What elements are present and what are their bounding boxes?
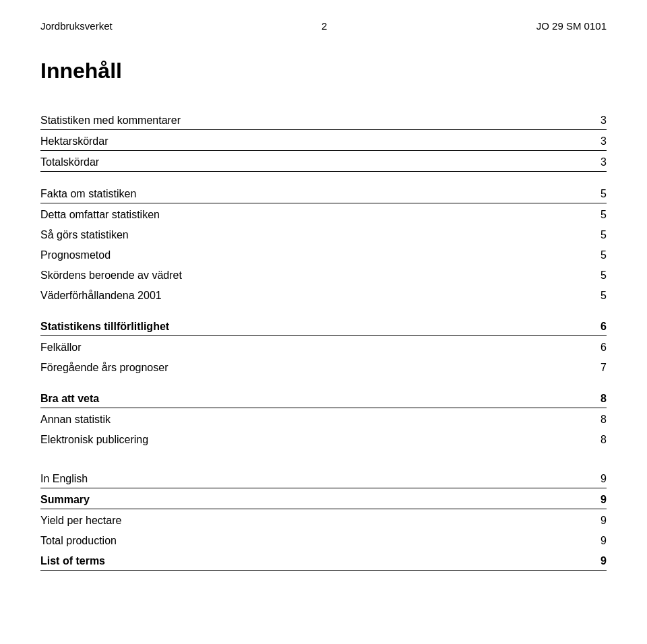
toc-group-4: Bra att veta 8 Annan statistik 8 Elektro… <box>40 389 607 449</box>
toc-item: Totalskördar 3 <box>40 152 607 172</box>
toc-item: Summary 9 <box>40 490 607 509</box>
toc-number: 6 <box>593 342 607 354</box>
toc-number: 3 <box>593 115 607 127</box>
toc-item: Felkällor 6 <box>40 337 607 356</box>
toc-item: In English 9 <box>40 469 607 488</box>
toc-label: Summary <box>40 494 90 506</box>
toc-item: Annan statistik 8 <box>40 410 607 428</box>
page-header: Jordbruksverket 2 JO 29 SM 0101 <box>40 20 607 32</box>
toc-number: 3 <box>593 135 607 148</box>
toc-number: 5 <box>593 209 607 221</box>
toc-label: Så görs statistiken <box>40 229 129 241</box>
toc-group-3: Statistikens tillförlitlighet 6 Felkällo… <box>40 317 607 377</box>
toc-label: Fakta om statistiken <box>40 188 136 200</box>
english-section: In English 9 Summary 9 Yield per hectare… <box>40 469 607 571</box>
toc-item: Väderförhållandena 2001 5 <box>40 286 607 304</box>
toc-item: Fakta om statistiken 5 <box>40 184 607 203</box>
toc-label: In English <box>40 473 88 485</box>
toc-item: Statistiken med kommentarer 3 <box>40 110 607 130</box>
toc-number: 8 <box>593 393 607 405</box>
toc-item: Skördens beroende av vädret 5 <box>40 265 607 284</box>
toc-number: 8 <box>593 414 607 426</box>
toc-item: Yield per hectare 9 <box>40 511 607 529</box>
toc-label: Prognosmetod <box>40 249 111 261</box>
toc-item: Bra att veta 8 <box>40 389 607 408</box>
toc-item: Föregående års prognoser 7 <box>40 358 607 377</box>
header-left: Jordbruksverket <box>40 20 113 32</box>
toc-number: 8 <box>593 434 607 446</box>
toc-label: Detta omfattar statistiken <box>40 209 160 221</box>
header-right: JO 29 SM 0101 <box>536 20 607 32</box>
toc-number: 9 <box>593 494 607 506</box>
toc-item: Statistikens tillförlitlighet 6 <box>40 317 607 336</box>
toc-label: Skördens beroende av vädret <box>40 269 182 282</box>
toc-item: Prognosmetod 5 <box>40 245 607 264</box>
toc-label: Totalskördar <box>40 156 99 168</box>
toc-number: 6 <box>593 321 607 333</box>
toc-item: Total production 9 <box>40 531 607 550</box>
toc-section: Statistiken med kommentarer 3 Hektarskör… <box>40 110 607 571</box>
page: Jordbruksverket 2 JO 29 SM 0101 Innehåll… <box>0 0 647 644</box>
toc-number: 9 <box>593 473 607 485</box>
main-title: Innehåll <box>40 59 607 84</box>
toc-item: Elektronisk publicering 8 <box>40 430 607 449</box>
toc-item: Detta omfattar statistiken 5 <box>40 205 607 224</box>
toc-number: 5 <box>593 290 607 302</box>
toc-label: List of terms <box>40 555 105 567</box>
toc-number: 9 <box>593 515 607 527</box>
toc-group-2: Fakta om statistiken 5 Detta omfattar st… <box>40 184 607 304</box>
toc-label: Annan statistik <box>40 414 111 426</box>
toc-number: 5 <box>593 229 607 241</box>
toc-label: Statistiken med kommentarer <box>40 115 181 127</box>
toc-label: Felkällor <box>40 342 81 354</box>
toc-item: Så görs statistiken 5 <box>40 225 607 244</box>
toc-label: Elektronisk publicering <box>40 434 148 446</box>
toc-label: Föregående års prognoser <box>40 362 168 374</box>
toc-number: 3 <box>593 156 607 168</box>
toc-number: 7 <box>593 362 607 374</box>
toc-item: Hektarskördar 3 <box>40 131 607 151</box>
toc-label: Yield per hectare <box>40 515 121 527</box>
toc-label: Total production <box>40 535 117 547</box>
toc-number: 5 <box>593 249 607 261</box>
toc-item: List of terms 9 <box>40 551 607 571</box>
toc-label: Bra att veta <box>40 393 99 405</box>
toc-number: 9 <box>593 555 607 567</box>
toc-number: 5 <box>593 269 607 282</box>
toc-label: Statistikens tillförlitlighet <box>40 321 169 333</box>
toc-label: Väderförhållandena 2001 <box>40 290 162 302</box>
toc-label: Hektarskördar <box>40 135 108 148</box>
header-center: 2 <box>321 20 327 32</box>
toc-number: 9 <box>593 535 607 547</box>
toc-group-1: Statistiken med kommentarer 3 Hektarskör… <box>40 110 607 172</box>
toc-number: 5 <box>593 188 607 200</box>
